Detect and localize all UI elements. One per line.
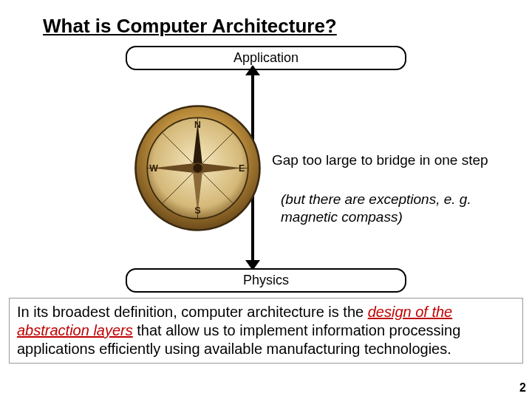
box-application: Application: [126, 46, 406, 70]
svg-point-10: [193, 163, 202, 172]
svg-text:E: E: [239, 163, 245, 174]
slide-title: What is Computer Architecture?: [43, 15, 337, 38]
compass-icon: N S W E: [133, 103, 262, 233]
svg-text:W: W: [149, 163, 158, 174]
svg-text:N: N: [194, 120, 201, 130]
definition-pre: In its broadest definition, computer arc…: [17, 304, 368, 320]
gap-subcaption: (but there are exceptions, e. g. magneti…: [281, 191, 510, 226]
gap-caption: Gap too large to bridge in one step: [272, 151, 508, 169]
page-number: 2: [519, 381, 526, 395]
definition-box: In its broadest definition, computer arc…: [9, 298, 523, 364]
svg-text:S: S: [194, 205, 200, 216]
gap-arrow-up-icon: [245, 65, 260, 75]
box-physics: Physics: [126, 268, 406, 293]
